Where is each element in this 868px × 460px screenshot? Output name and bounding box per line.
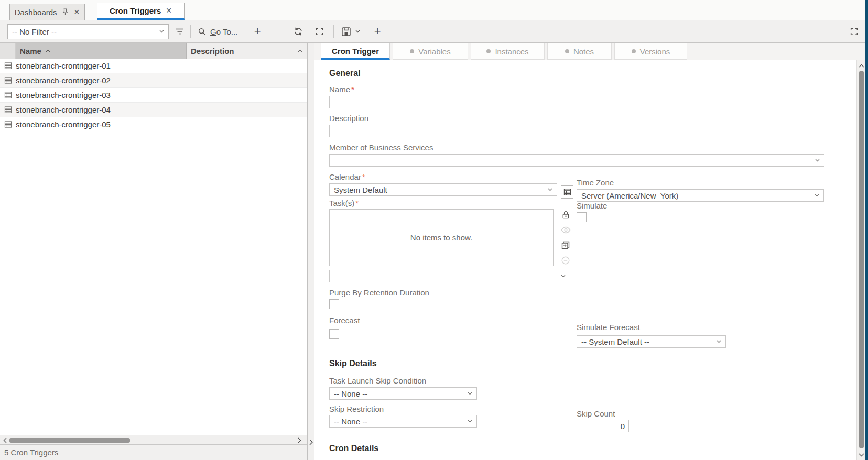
tab-label: Instances (495, 47, 528, 56)
refresh-button[interactable] (292, 26, 304, 37)
calendar-picker-icon[interactable] (561, 185, 573, 199)
chevron-down-icon (548, 188, 552, 191)
description-input[interactable] (329, 125, 824, 137)
forecast-checkbox[interactable] (329, 329, 339, 339)
trigger-icon (0, 76, 16, 84)
empty-list-message: No items to show. (410, 233, 472, 242)
pin-icon (62, 8, 69, 16)
remove-icon[interactable] (560, 255, 571, 266)
skip-condition-label: Task Launch Skip Condition (329, 376, 856, 385)
toolbar-separator (190, 25, 191, 38)
close-icon[interactable]: ✕ (74, 8, 80, 16)
tab-instances[interactable]: Instances (471, 43, 545, 60)
skip-restriction-select[interactable]: -- None -- (329, 415, 477, 428)
horizontal-scrollbar[interactable] (0, 435, 307, 444)
dot-icon (565, 49, 569, 53)
detail-panel: Cron Trigger Variables Instances Notes V… (314, 43, 865, 460)
filter-icon[interactable] (174, 26, 186, 37)
go-to-button[interactable]: Go To... (197, 27, 237, 36)
search-icon (197, 27, 207, 36)
row-name: stonebranch-crontrigger-02 (16, 76, 111, 85)
table-row[interactable]: stonebranch-crontrigger-04 (0, 103, 307, 117)
tab-variables[interactable]: Variables (393, 43, 468, 60)
collapse-panel-icon[interactable] (308, 437, 314, 447)
save-button[interactable] (341, 27, 360, 37)
trigger-icon (0, 91, 16, 99)
row-name: stonebranch-crontrigger-05 (16, 120, 111, 129)
tab-label: Cron Triggers (110, 6, 161, 15)
tab-label: Variables (418, 47, 450, 56)
new-record-button[interactable]: + (372, 26, 383, 37)
row-name: stonebranch-crontrigger-04 (16, 105, 111, 114)
window-edge-border (865, 0, 868, 460)
tab-notes[interactable]: Notes (547, 43, 612, 60)
trigger-list-panel: Name Description stonebranch-crontrigger… (0, 43, 307, 460)
scroll-up-icon[interactable] (857, 61, 865, 70)
chevron-down-icon (815, 194, 819, 197)
table-row[interactable]: stonebranch-crontrigger-02 (0, 73, 307, 88)
sort-asc-icon (45, 49, 51, 53)
dot-icon (410, 49, 414, 53)
list-header: Name Description (0, 43, 307, 59)
add-trigger-button[interactable]: + (252, 26, 263, 37)
sort-asc-icon (297, 49, 303, 53)
save-icon (341, 27, 351, 37)
lock-icon[interactable] (560, 209, 571, 221)
simulate-label: Simulate (577, 201, 607, 210)
scroll-down-icon[interactable] (857, 451, 865, 459)
application-window: Dashboards ✕ Cron Triggers ✕ -- No Filte… (0, 0, 868, 460)
name-column-header[interactable]: Name (16, 43, 187, 59)
filter-select[interactable]: -- No Filter -- (7, 24, 169, 39)
timezone-label: Time Zone (577, 178, 824, 187)
add-icon: + (374, 26, 381, 37)
close-icon[interactable]: ✕ (166, 7, 172, 14)
skip-restriction-value: -- None -- (334, 417, 468, 426)
scroll-right-icon[interactable] (296, 436, 303, 444)
calendar-select[interactable]: System Default (329, 183, 557, 196)
status-bar: 5 Cron Triggers (0, 444, 307, 460)
fullscreen-icon[interactable] (848, 26, 860, 37)
preview-icon[interactable] (560, 224, 571, 236)
table-row[interactable]: stonebranch-crontrigger-03 (0, 88, 307, 103)
simulate-forecast-select[interactable]: -- System Default -- (577, 335, 726, 348)
tab-label: Dashboards (15, 8, 57, 17)
tab-versions[interactable]: Versions (614, 43, 687, 60)
tasks-listbox[interactable]: No items to show. (329, 209, 554, 266)
tab-dashboards[interactable]: Dashboards ✕ (9, 4, 85, 20)
skip-condition-select[interactable]: -- None -- (329, 387, 477, 400)
dot-icon (632, 49, 636, 53)
tab-cron-trigger[interactable]: Cron Trigger (321, 43, 390, 60)
name-input[interactable] (329, 96, 570, 108)
column-label: Name (20, 47, 41, 56)
panel-divider[interactable] (307, 43, 314, 460)
tab-cron-triggers[interactable]: Cron Triggers ✕ (97, 3, 185, 20)
expand-button[interactable] (313, 26, 325, 37)
copy-new-icon[interactable] (560, 239, 571, 251)
chevron-down-icon (355, 30, 360, 33)
table-row[interactable]: stonebranch-crontrigger-05 (0, 117, 307, 132)
go-to-label: Go To... (210, 27, 237, 36)
add-icon: + (254, 26, 261, 37)
purge-checkbox[interactable] (329, 299, 339, 309)
description-column-header[interactable]: Description (187, 43, 307, 59)
chevron-down-icon (717, 340, 721, 343)
calendar-value: System Default (334, 185, 548, 194)
business-services-select[interactable] (329, 154, 824, 167)
table-row[interactable]: stonebranch-crontrigger-01 (0, 59, 307, 73)
vertical-scrollbar[interactable] (856, 60, 865, 460)
required-asterisk: * (355, 199, 359, 207)
chevron-down-icon (468, 392, 472, 395)
skip-count-input[interactable] (577, 420, 629, 432)
scrollbar-thumb[interactable] (859, 71, 864, 448)
simulate-checkbox[interactable] (577, 212, 587, 222)
chevron-down-icon (468, 420, 472, 423)
window-tab-bar: Dashboards ✕ Cron Triggers ✕ (0, 0, 868, 20)
icon-column-header[interactable] (0, 43, 16, 59)
chevron-down-icon (561, 275, 566, 278)
scroll-left-icon[interactable] (1, 436, 8, 444)
name-label: Name* (329, 85, 856, 94)
row-name: stonebranch-crontrigger-03 (16, 91, 111, 100)
description-label: Description (329, 114, 856, 123)
task-picker-select[interactable] (329, 270, 570, 282)
scrollbar-thumb[interactable] (9, 438, 130, 443)
